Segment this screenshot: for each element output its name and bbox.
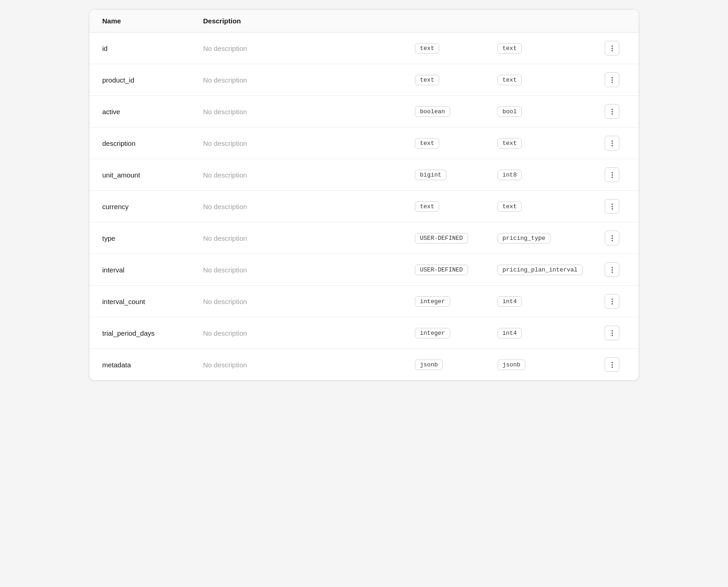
table-row: id No description text text bbox=[89, 33, 639, 64]
dot-icon bbox=[612, 206, 613, 207]
type1-badge: integer bbox=[415, 328, 450, 338]
more-options-button[interactable] bbox=[605, 294, 619, 309]
cell-type2: pricing_plan_interval bbox=[497, 265, 598, 275]
more-options-button[interactable] bbox=[605, 326, 619, 340]
cell-actions bbox=[598, 357, 626, 372]
type1-badge: text bbox=[415, 43, 439, 54]
cell-description: No description bbox=[203, 361, 415, 369]
type1-badge: text bbox=[415, 138, 439, 149]
table-row: trial_period_days No description integer… bbox=[89, 317, 639, 349]
table-row: interval_count No description integer in… bbox=[89, 286, 639, 317]
schema-table: Name Description id No description text … bbox=[89, 9, 639, 381]
cell-type2: text bbox=[497, 43, 598, 54]
type1-badge: text bbox=[415, 75, 439, 85]
dot-icon bbox=[612, 82, 613, 83]
dot-icon bbox=[612, 240, 613, 241]
dot-icon bbox=[612, 79, 613, 81]
cell-actions bbox=[598, 72, 626, 87]
cell-type1: jsonb bbox=[415, 360, 497, 370]
dot-icon bbox=[612, 48, 613, 49]
cell-actions bbox=[598, 262, 626, 277]
more-options-button[interactable] bbox=[605, 231, 619, 245]
dot-icon bbox=[612, 362, 613, 363]
cell-name: id bbox=[102, 44, 203, 52]
cell-type1: bigint bbox=[415, 170, 497, 180]
type2-badge: pricing_plan_interval bbox=[497, 265, 583, 275]
dot-icon bbox=[612, 143, 613, 144]
cell-name: interval bbox=[102, 266, 203, 274]
type1-badge: bigint bbox=[415, 170, 447, 180]
more-options-button[interactable] bbox=[605, 41, 619, 55]
dot-icon bbox=[612, 177, 613, 178]
cell-type2: jsonb bbox=[497, 360, 598, 370]
table-row: description No description text text bbox=[89, 127, 639, 159]
dot-icon bbox=[612, 145, 613, 146]
table-row: type No description USER-DEFINED pricing… bbox=[89, 222, 639, 254]
type2-badge: text bbox=[497, 201, 522, 212]
type2-badge: int8 bbox=[497, 170, 522, 180]
type1-badge: jsonb bbox=[415, 360, 443, 370]
header-name: Name bbox=[102, 17, 203, 25]
cell-description: No description bbox=[203, 108, 415, 116]
more-options-button[interactable] bbox=[605, 199, 619, 214]
cell-type1: USER-DEFINED bbox=[415, 233, 497, 244]
more-options-button[interactable] bbox=[605, 72, 619, 87]
cell-name: currency bbox=[102, 203, 203, 210]
cell-name: metadata bbox=[102, 361, 203, 369]
cell-name: product_id bbox=[102, 76, 203, 84]
table-row: unit_amount No description bigint int8 bbox=[89, 159, 639, 191]
more-options-button[interactable] bbox=[605, 167, 619, 182]
table-header: Name Description bbox=[89, 10, 639, 33]
dot-icon bbox=[612, 271, 613, 273]
dot-icon bbox=[612, 45, 613, 47]
cell-description: No description bbox=[203, 298, 415, 305]
table-body: id No description text text product_id N… bbox=[89, 33, 639, 380]
cell-type1: text bbox=[415, 75, 497, 85]
dot-icon bbox=[612, 174, 613, 176]
cell-type2: bool bbox=[497, 106, 598, 117]
cell-name: type bbox=[102, 234, 203, 242]
cell-type2: text bbox=[497, 138, 598, 149]
cell-type1: boolean bbox=[415, 106, 497, 117]
cell-type2: text bbox=[497, 75, 598, 85]
type2-badge: int4 bbox=[497, 296, 522, 307]
cell-type1: text bbox=[415, 201, 497, 212]
type2-badge: bool bbox=[497, 106, 522, 117]
type2-badge: jsonb bbox=[497, 360, 525, 370]
dot-icon bbox=[612, 303, 613, 305]
cell-type1: USER-DEFINED bbox=[415, 265, 497, 275]
more-options-button[interactable] bbox=[605, 104, 619, 119]
type2-badge: text bbox=[497, 138, 522, 149]
table-row: interval No description USER-DEFINED pri… bbox=[89, 254, 639, 286]
cell-name: interval_count bbox=[102, 298, 203, 305]
cell-description: No description bbox=[203, 266, 415, 274]
type1-badge: integer bbox=[415, 296, 450, 307]
cell-type1: text bbox=[415, 138, 497, 149]
type2-badge: pricing_type bbox=[497, 233, 551, 244]
header-description: Description bbox=[203, 17, 415, 25]
dot-icon bbox=[612, 301, 613, 302]
more-options-button[interactable] bbox=[605, 357, 619, 372]
dot-icon bbox=[612, 238, 613, 239]
cell-description: No description bbox=[203, 171, 415, 179]
cell-description: No description bbox=[203, 139, 415, 147]
cell-type1: integer bbox=[415, 296, 497, 307]
cell-description: No description bbox=[203, 203, 415, 210]
cell-type2: int8 bbox=[497, 170, 598, 180]
header-actions bbox=[598, 17, 626, 25]
more-options-button[interactable] bbox=[605, 262, 619, 277]
cell-name: active bbox=[102, 108, 203, 116]
cell-actions bbox=[598, 41, 626, 55]
dot-icon bbox=[612, 235, 613, 237]
cell-actions bbox=[598, 231, 626, 245]
cell-description: No description bbox=[203, 76, 415, 84]
cell-actions bbox=[598, 167, 626, 182]
header-type1 bbox=[415, 17, 497, 25]
cell-description: No description bbox=[203, 234, 415, 242]
type2-badge: text bbox=[497, 43, 522, 54]
more-options-button[interactable] bbox=[605, 136, 619, 150]
dot-icon bbox=[612, 113, 613, 115]
dot-icon bbox=[612, 366, 613, 368]
type1-badge: USER-DEFINED bbox=[415, 233, 468, 244]
type1-badge: boolean bbox=[415, 106, 450, 117]
